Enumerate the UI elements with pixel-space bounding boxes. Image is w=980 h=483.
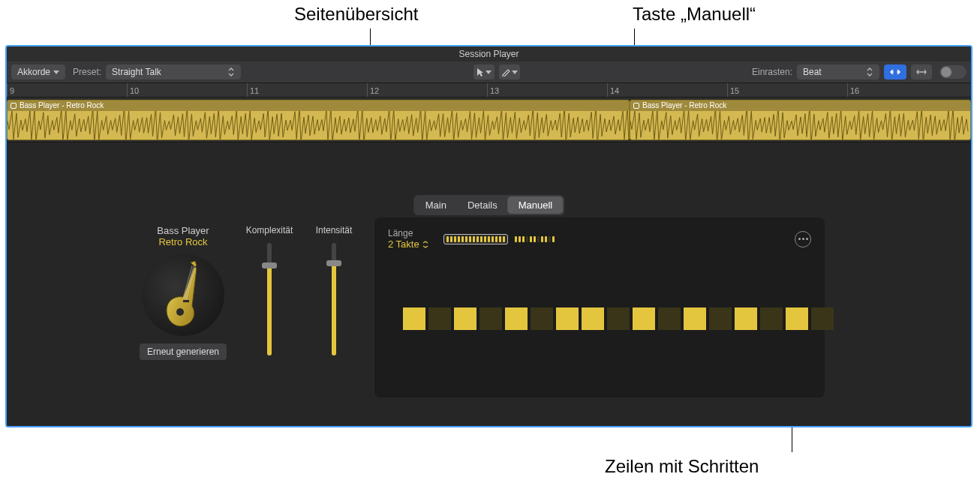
ruler-mark: 13 <box>487 83 499 97</box>
step-cell[interactable] <box>582 308 604 330</box>
page-dot <box>552 236 555 242</box>
tab-main[interactable]: Main <box>415 196 457 214</box>
page-dot <box>541 236 543 242</box>
panel-header: Länge 2 Takte <box>388 228 811 250</box>
timeline-ruler[interactable]: 910111213141516 <box>7 82 971 98</box>
page-thumbnail[interactable] <box>443 234 508 244</box>
waveform <box>630 111 970 140</box>
step-cell[interactable] <box>786 308 808 330</box>
step-cell[interactable] <box>479 308 502 330</box>
step-cell[interactable] <box>454 308 476 330</box>
editor-tabs: Main Details Manuell <box>413 195 564 215</box>
step-cell[interactable] <box>684 308 706 330</box>
page-dot <box>499 236 501 242</box>
audio-region[interactable]: Bass Player - Retro Rock <box>630 100 971 140</box>
instrument-name: Retro Rock <box>158 236 207 248</box>
page-dot <box>461 236 464 242</box>
page-dot <box>450 236 452 242</box>
page-dot <box>465 236 467 242</box>
editor-area: Main Details Manuell Bass Player Retro R… <box>7 142 971 426</box>
updown-icon <box>422 241 428 248</box>
snap-value: Beat <box>803 67 822 77</box>
page-dot <box>519 236 521 242</box>
page-dot <box>492 236 494 242</box>
page-dot <box>530 236 532 242</box>
page-dot <box>526 236 528 242</box>
ruler-mark: 11 <box>247 83 259 97</box>
chords-button[interactable]: Akkorde <box>11 64 65 80</box>
ruler-mark: 15 <box>727 83 739 97</box>
window-title: Session Player <box>458 49 519 59</box>
chevron-down-icon <box>485 70 492 74</box>
page-dot <box>515 236 517 242</box>
loop-icon <box>633 103 639 109</box>
page-dot <box>503 236 505 242</box>
step-cell[interactable] <box>811 308 834 330</box>
pointer-tool[interactable] <box>473 64 495 80</box>
callout-manual-button: Taste „Manuell“ <box>633 4 756 25</box>
intensity-slider[interactable] <box>332 243 336 356</box>
page-overview <box>443 234 557 244</box>
window-titlebar: Session Player <box>7 46 971 62</box>
length-value: 2 Takte <box>388 238 419 250</box>
step-cell[interactable] <box>709 308 732 330</box>
page-dot <box>473 236 475 242</box>
pencil-tool[interactable] <box>499 64 520 80</box>
intensity-slider-column: Intensität <box>307 225 361 356</box>
preset-select[interactable]: Straight Talk <box>106 64 241 80</box>
page-dot <box>469 236 471 242</box>
tab-details[interactable]: Details <box>457 196 508 214</box>
page-dot <box>549 236 551 242</box>
step-cell[interactable] <box>505 308 528 330</box>
step-cell[interactable] <box>607 308 630 330</box>
track-lane[interactable]: Bass Player - Retro RockBass Player - Re… <box>7 98 971 142</box>
snap-to-grid-button[interactable] <box>884 64 906 80</box>
link-toggle[interactable] <box>939 65 966 79</box>
snap-label: Einrasten: <box>752 67 792 77</box>
ruler-mark: 10 <box>127 83 139 97</box>
stretch-icon <box>915 68 927 76</box>
region-name: Bass Player - Retro Rock <box>20 100 104 111</box>
ellipsis-icon <box>798 238 808 240</box>
complexity-slider[interactable] <box>267 243 272 356</box>
page-dot <box>446 236 449 242</box>
snap-select[interactable]: Beat <box>797 64 879 80</box>
callout-page-overview: Seitenübersicht <box>294 4 418 25</box>
preset-label: Preset: <box>73 67 101 77</box>
instrument-image[interactable] <box>142 254 224 336</box>
tab-manual[interactable]: Manuell <box>508 196 564 214</box>
regenerate-button[interactable]: Erneut generieren <box>140 344 227 360</box>
bass-guitar-icon <box>157 261 209 328</box>
preset-value: Straight Talk <box>112 67 161 77</box>
pointer-icon <box>476 68 484 76</box>
page-thumbnail[interactable] <box>513 235 557 244</box>
chevron-down-icon <box>512 70 518 74</box>
step-cell[interactable] <box>735 308 757 330</box>
audio-region[interactable]: Bass Player - Retro Rock <box>7 100 630 140</box>
step-cell[interactable] <box>403 308 425 330</box>
complexity-slider-column: Komplexität <box>242 225 296 356</box>
region-name: Bass Player - Retro Rock <box>642 100 726 111</box>
svg-point-0 <box>176 308 184 316</box>
step-cell[interactable] <box>658 308 681 330</box>
step-cell[interactable] <box>633 308 655 330</box>
ruler-mark: 16 <box>847 83 859 97</box>
pencil-icon <box>501 68 510 76</box>
instrument-block: Bass Player Retro Rock Erneut generieren <box>134 225 374 360</box>
step-cell[interactable] <box>428 308 451 330</box>
ruler-mark: 14 <box>607 83 619 97</box>
intensity-label: Intensität <box>316 225 353 236</box>
step-cell[interactable] <box>760 308 783 330</box>
more-button[interactable] <box>795 231 811 248</box>
ruler-mark: 12 <box>367 83 379 97</box>
step-cell[interactable] <box>556 308 579 330</box>
stretch-button[interactable] <box>911 64 932 80</box>
loop-icon <box>11 103 17 109</box>
page-dot <box>458 236 460 242</box>
chords-label: Akkorde <box>17 67 50 77</box>
length-select[interactable]: 2 Takte <box>388 238 428 250</box>
waveform <box>8 111 629 140</box>
step-cell[interactable] <box>531 308 553 330</box>
manual-panel: Länge 2 Takte <box>374 218 825 398</box>
session-player-window: Session Player Akkorde Preset: Straight … <box>5 45 972 428</box>
